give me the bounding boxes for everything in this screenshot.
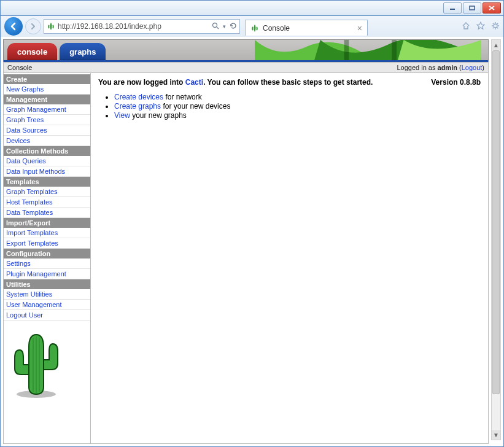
svg-line-12	[493, 23, 494, 23]
sidebar: CreateNew GraphsManagementGraph Manageme…	[4, 73, 91, 443]
menu-header: Collection Methods	[4, 146, 90, 156]
cactus-logo	[4, 321, 90, 405]
menu-header: Utilities	[4, 279, 90, 289]
svg-rect-17	[392, 40, 397, 60]
menu-item[interactable]: New Graphs	[4, 84, 90, 95]
menu-header: Templates	[4, 177, 90, 187]
menu-item[interactable]: Plugin Management	[4, 269, 90, 279]
menu-item[interactable]: Data Templates	[4, 208, 90, 218]
step-link[interactable]: Create graphs	[114, 102, 161, 111]
address-bar-icons: ▾	[212, 22, 237, 31]
scroll-thumb[interactable]	[492, 50, 500, 394]
step-item: View your new graphs	[114, 111, 481, 120]
tab-graphs[interactable]: graphs	[60, 43, 106, 60]
body-layout: CreateNew GraphsManagementGraph Manageme…	[3, 73, 489, 444]
menu-item[interactable]: Host Templates	[4, 197, 90, 208]
menu-item[interactable]: Graph Templates	[4, 187, 90, 197]
cacti-link[interactable]: Cacti	[185, 78, 203, 87]
dropdown-icon[interactable]: ▾	[223, 23, 226, 29]
menu-item[interactable]: Graph Management	[4, 104, 90, 115]
menu-item[interactable]: Graph Trees	[4, 115, 90, 125]
svg-line-6	[217, 27, 219, 29]
search-icon[interactable]	[212, 22, 219, 31]
favorites-icon[interactable]	[476, 21, 485, 32]
menu-item[interactable]: Devices	[4, 136, 90, 146]
info-bar: Console Logged in as admin (Logout)	[3, 62, 489, 73]
menu-item[interactable]: System Utilities	[4, 289, 90, 300]
forward-button[interactable]	[25, 18, 41, 34]
tab-console-label: console	[17, 47, 47, 56]
step-item: Create graphs for your new devices	[114, 102, 481, 111]
menu-item[interactable]: Data Input Methods	[4, 166, 90, 177]
tab-console[interactable]: console	[7, 43, 57, 60]
step-link[interactable]: View	[114, 111, 130, 120]
url-input[interactable]	[58, 22, 209, 31]
scroll-up-icon[interactable]: ▲	[492, 40, 500, 50]
cacti-header-art	[255, 40, 488, 60]
welcome-message: You are now logged into Cacti. You can f…	[98, 78, 481, 87]
cacti-tab-bar: console graphs	[3, 39, 489, 60]
step-item: Create devices for network	[114, 93, 481, 101]
menu-item[interactable]: Data Queries	[4, 156, 90, 166]
breadcrumb: Console	[7, 64, 32, 71]
tab-favicon-icon	[250, 24, 259, 33]
browser-viewport: console graphs Console Logged in as admi…	[0, 37, 504, 447]
page-content: console graphs Console Logged in as admi…	[3, 39, 489, 444]
window-titlebar	[0, 0, 504, 16]
svg-point-5	[213, 23, 217, 27]
menu-item[interactable]: Import Templates	[4, 228, 90, 238]
svg-line-13	[497, 27, 498, 28]
login-status: Logged in as admin (Logout)	[397, 64, 484, 71]
menu-header: Configuration	[4, 249, 90, 258]
back-button[interactable]	[4, 17, 23, 36]
vertical-scrollbar[interactable]: ▲ ▼	[491, 39, 501, 440]
browser-tab-title: Console	[263, 24, 290, 33]
browser-toolbar: ▾ Console ×	[0, 16, 504, 37]
refresh-icon[interactable]	[230, 22, 237, 31]
logout-link[interactable]: Logout	[462, 64, 483, 71]
svg-rect-1	[470, 6, 475, 10]
browser-right-icons	[462, 21, 500, 32]
menu-header: Management	[4, 95, 90, 104]
tools-icon[interactable]	[491, 21, 500, 32]
version-label: Version 0.8.8b	[431, 78, 481, 87]
menu-item[interactable]: User Management	[4, 300, 90, 310]
close-button[interactable]	[483, 2, 501, 14]
menu-item[interactable]: Settings	[4, 258, 90, 269]
home-icon[interactable]	[462, 21, 470, 32]
tab-graphs-label: graphs	[69, 47, 96, 56]
scroll-down-icon[interactable]: ▼	[492, 430, 500, 440]
maximize-button[interactable]	[463, 2, 481, 14]
menu-item[interactable]: Export Templates	[4, 238, 90, 249]
tab-close-icon[interactable]: ×	[357, 23, 362, 33]
login-user: admin	[438, 64, 457, 71]
browser-tab-console[interactable]: Console ×	[245, 20, 368, 36]
svg-rect-16	[344, 40, 349, 60]
menu-header: Import/Export	[4, 218, 90, 228]
step-link[interactable]: Create devices	[114, 93, 163, 101]
main-content: You are now logged into Cacti. You can f…	[91, 73, 488, 443]
getting-started-steps: Create devices for networkCreate graphs …	[114, 93, 481, 120]
favicon-icon	[47, 22, 55, 31]
menu-item[interactable]: Data Sources	[4, 125, 90, 136]
svg-point-7	[494, 24, 497, 28]
menu-item[interactable]: Logout User	[4, 310, 90, 321]
address-bar[interactable]: ▾	[44, 19, 240, 34]
minimize-button[interactable]	[443, 2, 462, 14]
menu-header: Create	[4, 74, 90, 84]
browser-tabs: Console ×	[245, 17, 368, 36]
svg-line-15	[493, 27, 494, 28]
svg-line-14	[497, 23, 498, 23]
